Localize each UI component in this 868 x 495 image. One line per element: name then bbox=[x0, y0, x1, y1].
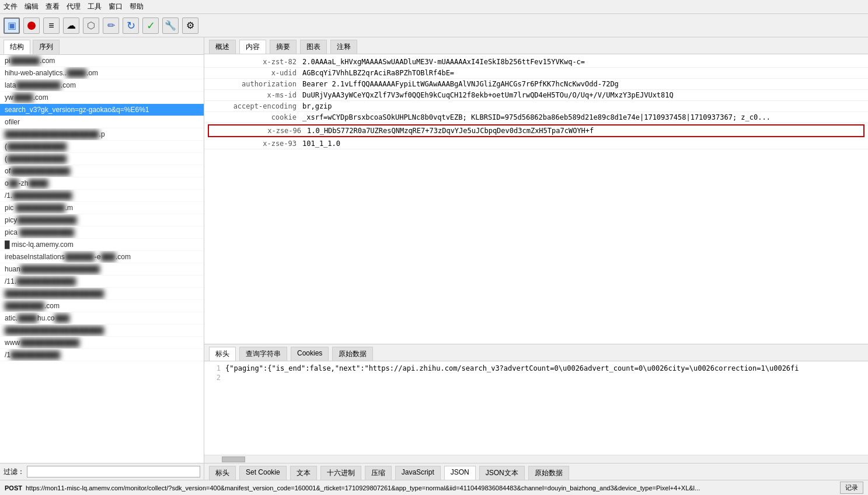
list-item[interactable]: huan████████████████ bbox=[0, 263, 204, 276]
json-content: {"paging":{"is_end":false,"next":"https:… bbox=[225, 364, 799, 372]
gear-btn[interactable]: ⚙ bbox=[182, 18, 198, 34]
headers-section: x-zst-82 2.0AAAaL_kHVxgMAAAASwUAADluME3V… bbox=[204, 54, 868, 344]
header-value: 2.0AAAaL_kHVxgMAAAASwUAADluME3V-mUAAAAAx… bbox=[302, 58, 863, 66]
json-line: 2 bbox=[209, 373, 863, 382]
menu-window[interactable]: 窗口 bbox=[109, 2, 123, 12]
hexagon-icon: ⬡ bbox=[87, 20, 95, 31]
list-item-selected[interactable]: search_v3?gk_version=gz-gaokao&q=%E6%1 bbox=[0, 104, 204, 116]
pen-btn[interactable]: ✏ bbox=[103, 18, 119, 34]
resp-tab-jsontext[interactable]: JSON文本 bbox=[479, 466, 525, 480]
header-key: accept-encoding bbox=[209, 102, 302, 110]
tab-notes[interactable]: 注释 bbox=[330, 40, 357, 54]
cloud-btn[interactable]: ☁ bbox=[63, 18, 79, 34]
sub-tabs-area: 标头 查询字符串 Cookies 原始数据 bbox=[204, 344, 868, 361]
record-btn[interactable] bbox=[23, 18, 40, 34]
menu-tools[interactable]: 工具 bbox=[88, 2, 102, 12]
list-item[interactable]: www████████████ bbox=[0, 337, 204, 349]
list-item[interactable]: o██-zh████ bbox=[0, 177, 204, 190]
resp-tab-compress[interactable]: 压缩 bbox=[365, 466, 392, 480]
resp-tab-text[interactable]: 文本 bbox=[290, 466, 317, 480]
header-value: 1.0_HDbS772R0a7UZResQNMzqRE7+73zDqvYJe5u… bbox=[307, 127, 859, 135]
header-value: br,gzip bbox=[302, 102, 863, 110]
resp-tab-rawdata[interactable]: 原始数据 bbox=[528, 466, 569, 480]
list-item[interactable]: (████████████ bbox=[0, 141, 204, 153]
list-item[interactable]: pic ██████████.m bbox=[0, 202, 204, 214]
refresh-icon: ↻ bbox=[127, 19, 135, 32]
response-bottom-tabs: 标头 Set Cookie 文本 十六进制 压缩 JavaScript JSON… bbox=[204, 463, 868, 480]
tab-content[interactable]: 内容 bbox=[239, 40, 266, 54]
tab-sequence[interactable]: 序列 bbox=[33, 40, 60, 54]
tab-chart[interactable]: 图表 bbox=[300, 40, 327, 54]
resp-tab-json[interactable]: JSON bbox=[444, 466, 476, 480]
list-item[interactable]: █ misc-lq.amemy.com bbox=[0, 239, 204, 251]
select-tool-btn[interactable]: ▣ bbox=[4, 18, 20, 34]
subtab-headers[interactable]: 标头 bbox=[209, 347, 236, 361]
list-item[interactable]: ████████████████████ bbox=[0, 288, 204, 300]
menu-proxy[interactable]: 代理 bbox=[67, 2, 81, 12]
list-item[interactable]: /11.████████████ bbox=[0, 276, 204, 288]
header-value: 101_1_1.0 bbox=[302, 140, 863, 148]
header-value: _xsrf=wCYDpBrsxbcoaSOkUHPLNc8b0vqtvEZB; … bbox=[302, 113, 863, 121]
list-item[interactable]: ████████████████████ bbox=[0, 325, 204, 337]
refresh-btn[interactable]: ↻ bbox=[123, 18, 139, 34]
resp-tab-hex[interactable]: 十六进制 bbox=[320, 466, 361, 480]
pen-icon: ✏ bbox=[107, 20, 115, 31]
list-item[interactable]: of████████████ bbox=[0, 165, 204, 177]
tab-summary[interactable]: 摘要 bbox=[270, 40, 297, 54]
list-item[interactable]: ███████████████████.p bbox=[0, 128, 204, 141]
json-response-area[interactable]: 1 {"paging":{"is_end":false,"next":"http… bbox=[204, 361, 868, 455]
left-tabs: 结构 序列 bbox=[0, 37, 204, 55]
stream-icon: ≡ bbox=[48, 20, 54, 31]
header-row: x-udid AGBcqYi7VhhLBZ2qrAciRa8PZhTOBlRf4… bbox=[204, 68, 868, 79]
horizontal-scrollbar[interactable] bbox=[204, 455, 868, 463]
check-icon: ✓ bbox=[147, 19, 155, 32]
header-row: authorization Bearer 2.1vLffQQAAAAAAFypi… bbox=[204, 79, 868, 90]
menu-edit[interactable]: 编辑 bbox=[25, 2, 39, 12]
left-list[interactable]: pi██████.com hihu-web-analytics..████.om… bbox=[0, 55, 204, 463]
menu-view[interactable]: 查看 bbox=[46, 2, 60, 12]
resp-tab-javascript[interactable]: JavaScript bbox=[395, 466, 441, 480]
tab-structure[interactable]: 结构 bbox=[4, 40, 30, 54]
header-row: x-zst-82 2.0AAAaL_kHVxgMAAAASwUAADluME3V… bbox=[204, 57, 868, 68]
list-item[interactable]: ████████.com bbox=[0, 300, 204, 312]
header-key: x-zse-96 bbox=[214, 127, 307, 135]
list-item[interactable]: picy████████████ bbox=[0, 214, 204, 226]
header-key: x-ms-id bbox=[209, 91, 302, 99]
header-value: AGBcqYi7VhhLBZ2qrAciRa8PZhTOBlRf4bE= bbox=[302, 69, 863, 77]
cloud-icon: ☁ bbox=[67, 20, 76, 31]
filter-input[interactable] bbox=[27, 466, 200, 477]
request-sub-tabs: 标头 查询字符串 Cookies 原始数据 bbox=[204, 344, 868, 361]
menu-file[interactable]: 文件 bbox=[4, 2, 18, 12]
tab-overview[interactable]: 概述 bbox=[209, 40, 236, 54]
resp-tab-setcookie[interactable]: Set Cookie bbox=[239, 466, 287, 480]
list-item[interactable]: yw████.com bbox=[0, 92, 204, 104]
list-item[interactable]: atic.████hu.co███ bbox=[0, 312, 204, 325]
list-item[interactable]: hihu-web-analytics..████.om bbox=[0, 67, 204, 79]
subtab-cookies[interactable]: Cookies bbox=[291, 347, 329, 361]
check-btn[interactable]: ✓ bbox=[142, 18, 159, 34]
tools-btn[interactable]: 🔧 bbox=[162, 18, 179, 34]
scrollbar-thumb[interactable] bbox=[222, 456, 245, 462]
header-key: x-udid bbox=[209, 69, 302, 77]
statusbar-method: POST bbox=[5, 484, 22, 491]
stream-btn[interactable]: ≡ bbox=[43, 18, 60, 34]
list-item[interactable]: pica ███████████ bbox=[0, 226, 204, 239]
record-button[interactable]: 记录 bbox=[840, 482, 863, 494]
left-filter: 过滤： bbox=[0, 463, 204, 480]
header-value: Bearer 2.1vLffQQAAAAAAFypiLtWGAwAAABgAlV… bbox=[302, 80, 863, 88]
list-item[interactable]: irebaseInstallations██████-e███.com bbox=[0, 251, 204, 263]
list-item[interactable]: /1.████████████ bbox=[0, 190, 204, 202]
list-item[interactable]: pi██████.com bbox=[0, 55, 204, 67]
menu-help[interactable]: 帮助 bbox=[130, 2, 144, 12]
header-key: cookie bbox=[209, 113, 302, 121]
list-item[interactable]: lata█████████.com bbox=[0, 79, 204, 92]
subtab-query[interactable]: 查询字符串 bbox=[239, 347, 287, 361]
hexagon-btn[interactable]: ⬡ bbox=[83, 18, 99, 34]
subtab-raw[interactable]: 原始数据 bbox=[332, 347, 373, 361]
toolbar: ▣ ≡ ☁ ⬡ ✏ ↻ ✓ 🔧 ⚙ bbox=[0, 14, 868, 37]
header-key: authorization bbox=[209, 80, 302, 88]
resp-tab-headers[interactable]: 标头 bbox=[209, 466, 236, 480]
list-item[interactable]: ofiler bbox=[0, 116, 204, 128]
list-item[interactable]: /1██████████ bbox=[0, 349, 204, 361]
list-item[interactable]: (████████████ bbox=[0, 153, 204, 165]
